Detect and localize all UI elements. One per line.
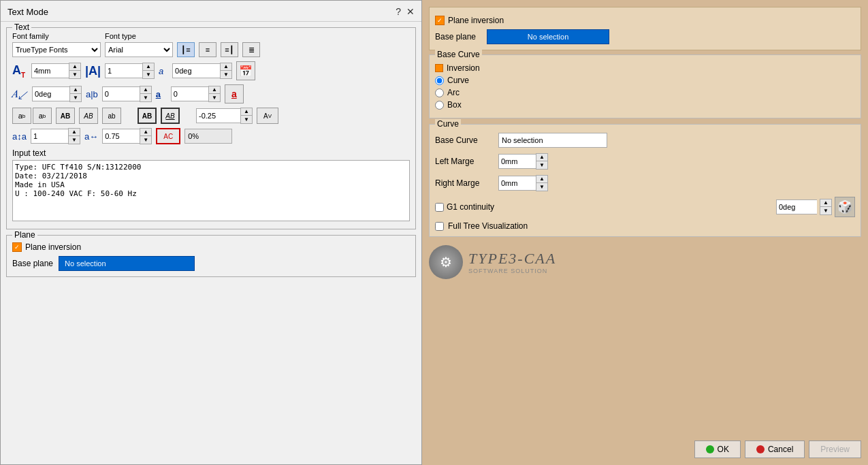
- angle-down-btn[interactable]: ▼: [221, 71, 231, 78]
- slant-spinner[interactable]: ▲ ▼: [32, 86, 82, 102]
- right-marge-down-btn[interactable]: ▼: [536, 183, 547, 191]
- baseline-up-btn[interactable]: ▲: [209, 86, 220, 94]
- scale2-up-btn[interactable]: ▲: [69, 129, 80, 136]
- left-marge-down-btn[interactable]: ▼: [536, 161, 547, 169]
- angle-input[interactable]: [172, 63, 220, 78]
- base-plane-select-btn[interactable]: No selection: [59, 256, 195, 271]
- scale-down-btn[interactable]: ▼: [143, 71, 154, 78]
- g1-checkbox-group: G1 continuity: [435, 202, 494, 212]
- align-center-button[interactable]: ≡: [199, 42, 216, 57]
- g1-checkbox[interactable]: [435, 203, 444, 212]
- left-marge-input[interactable]: [498, 154, 536, 169]
- calendar-btn[interactable]: 📅: [236, 61, 255, 80]
- input-text-area[interactable]: Type: UFC Tf410 S/N:13122000 Date: 03/21…: [12, 160, 410, 221]
- baseline-down-btn[interactable]: ▼: [209, 94, 220, 101]
- scale3-spinner-btns: ▲ ▼: [140, 128, 152, 144]
- preview-button[interactable]: Preview: [809, 440, 861, 458]
- subscript-btn[interactable]: ab: [33, 108, 52, 124]
- plane-section: Plane ✓ Plane inversion Base plane No se…: [6, 235, 416, 277]
- size-spinner[interactable]: ▲ ▼: [31, 63, 81, 79]
- angle-up-btn[interactable]: ▲: [221, 63, 231, 71]
- plane-inversion-checkbox[interactable]: ✓: [12, 242, 22, 252]
- char-spacing-up-btn[interactable]: ▲: [140, 86, 151, 94]
- left-marge-btns: ▲ ▼: [536, 153, 548, 170]
- box-option-row: Box: [435, 100, 855, 110]
- base-curve-input[interactable]: [498, 133, 607, 148]
- slant-down-btn[interactable]: ▼: [70, 94, 81, 101]
- inversion-option-row: Inversion: [435, 63, 855, 73]
- scale-input[interactable]: [105, 63, 142, 78]
- scale3-icon: a↔: [84, 131, 98, 142]
- right-marge-up-btn[interactable]: ▲: [536, 176, 547, 183]
- font-family-select[interactable]: TrueType Fonts Stick Fonts: [12, 42, 101, 57]
- ok-button[interactable]: OK: [694, 440, 741, 458]
- align-left-button[interactable]: ┃≡: [177, 42, 195, 57]
- arc-option-row: Arc: [435, 88, 855, 97]
- right-base-plane-btn[interactable]: No selection: [487, 29, 609, 44]
- slant-icon: 𝐴↙: [11, 88, 29, 100]
- box-radio[interactable]: [435, 101, 444, 110]
- ac-btn[interactable]: AC: [156, 128, 180, 144]
- right-content: ✓ Plane inversion Base plane No selectio…: [429, 7, 861, 458]
- kerning-spinner[interactable]: ▲ ▼: [196, 108, 253, 124]
- char-spacing-down-btn[interactable]: ▼: [140, 94, 151, 101]
- baseline-input[interactable]: [171, 86, 208, 101]
- scale-up-btn[interactable]: ▲: [143, 63, 154, 71]
- right-marge-input[interactable]: [498, 176, 536, 191]
- scale-icon: |A|: [85, 64, 101, 78]
- align-right-button[interactable]: ≡┃: [221, 42, 238, 57]
- help-icon[interactable]: ?: [396, 6, 401, 17]
- av-btn[interactable]: AV: [257, 108, 278, 124]
- italic-btn[interactable]: AB: [79, 108, 98, 124]
- outline-btn[interactable]: ab: [102, 108, 121, 124]
- scale2-input[interactable]: [31, 129, 68, 144]
- scale-spinner[interactable]: ▲ ▼: [105, 63, 155, 79]
- char-spacing-spinner[interactable]: ▲ ▼: [102, 86, 152, 102]
- logo-area: ⚙ TYPE3-CAA SOFTWARE SOLUTION: [429, 245, 861, 279]
- g1-deg-input[interactable]: [776, 199, 817, 214]
- curve-option-row: Curve: [435, 76, 855, 85]
- scale2-down-btn[interactable]: ▼: [69, 136, 80, 144]
- scale3-input[interactable]: [102, 129, 140, 144]
- slant-input[interactable]: [32, 86, 69, 101]
- scale3-spinner[interactable]: ▲ ▼: [102, 128, 152, 144]
- cancel-button[interactable]: Cancel: [745, 440, 805, 458]
- baseline-spinner[interactable]: ▲ ▼: [171, 86, 221, 102]
- kerning-up-btn[interactable]: ▲: [241, 108, 252, 116]
- size-input[interactable]: [31, 63, 69, 78]
- close-icon[interactable]: ✕: [406, 6, 415, 17]
- arc-radio[interactable]: [435, 89, 444, 97]
- g1-deg-up-btn[interactable]: ▲: [820, 199, 831, 207]
- font-family-label: Font family: [12, 32, 101, 40]
- superscript-btn[interactable]: ab: [12, 108, 31, 124]
- left-marge-spinner[interactable]: ▲ ▼: [498, 153, 548, 170]
- left-marge-up-btn[interactable]: ▲: [536, 154, 547, 161]
- angle-spinner[interactable]: ▲ ▼: [172, 63, 232, 79]
- right-plane-inversion-checkbox[interactable]: ✓: [435, 16, 445, 25]
- bold-btn[interactable]: AB: [56, 108, 75, 124]
- align-justify-button[interactable]: ≣: [242, 42, 260, 57]
- scale3-down-btn[interactable]: ▼: [140, 136, 151, 144]
- 3d-icon-btn[interactable]: 🎲: [835, 197, 855, 217]
- left-marge-row: Left Marge ▲ ▼: [435, 153, 855, 170]
- bold2-btn[interactable]: AB: [138, 108, 157, 124]
- scale2-spinner[interactable]: ▲ ▼: [31, 128, 80, 144]
- right-marge-spinner[interactable]: ▲ ▼: [498, 175, 548, 191]
- italic2-btn[interactable]: AB: [161, 108, 180, 124]
- bottom-buttons: OK Cancel Preview: [429, 435, 861, 458]
- right-base-plane-label: Base plane: [435, 32, 476, 42]
- scale3-up-btn[interactable]: ▲: [140, 129, 151, 136]
- kerning-input[interactable]: [196, 108, 240, 123]
- font-type-select[interactable]: Arial Times New Roman: [105, 42, 173, 57]
- size-down-btn[interactable]: ▼: [69, 71, 80, 78]
- kerning-down-btn[interactable]: ▼: [241, 116, 252, 123]
- slant-up-btn[interactable]: ▲: [70, 86, 81, 94]
- g1-deg-down-btn[interactable]: ▼: [820, 207, 831, 214]
- char-spacing-input[interactable]: [102, 86, 140, 101]
- full-tree-row: Full Tree Visualization: [435, 221, 855, 231]
- full-tree-checkbox[interactable]: [435, 222, 444, 231]
- plane-inversion-label: Plane inversion: [25, 242, 81, 252]
- curve-radio[interactable]: [435, 76, 444, 85]
- size-up-btn[interactable]: ▲: [69, 63, 80, 71]
- underline-btn[interactable]: a: [225, 84, 244, 103]
